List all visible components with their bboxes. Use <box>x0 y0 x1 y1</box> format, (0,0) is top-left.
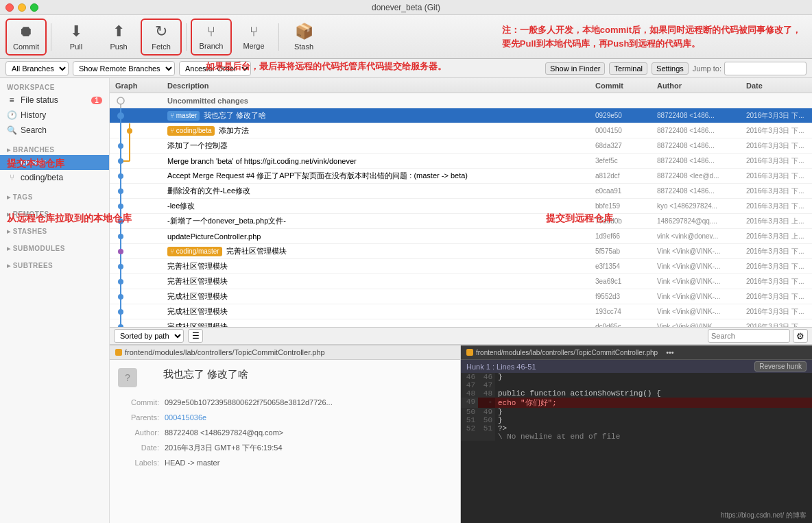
branch-master-icon: ⑂ <box>7 158 16 167</box>
td-graph-uncommitted <box>110 93 165 108</box>
diff-hunk-header: Hunk 1 : Lines 46-51 Reverse hunk <box>461 360 812 373</box>
diff-right-body: 46 46 } 47 47 48 48 <box>461 373 812 523</box>
sorted-icon-button[interactable]: ☰ <box>188 329 203 343</box>
svg-point-19 <box>118 204 123 209</box>
maximize-button[interactable] <box>30 3 38 12</box>
table-row-3[interactable]: 添加了一个控制器 68da327 88722408 <1486... 2016年… <box>110 138 812 154</box>
subbar: All Branches Show Remote Branches Ancest… <box>0 59 812 78</box>
table-row-4[interactable]: Merge branch 'beta' of https://git.codin… <box>110 154 812 169</box>
toolbar-separator-2 <box>186 23 187 51</box>
td-date-9: 2016年3月3日 上... <box>743 232 812 241</box>
table-row-14[interactable]: 完成社区管理模块 193cc74 Vink <Vink@VINK-... 201… <box>110 304 812 319</box>
table-row-13[interactable]: 完成社区管理模块 f9552d3 Vink <Vink@VINK-... 201… <box>110 289 812 304</box>
diff-line-4: 49 - echo "你们好"; <box>461 398 812 408</box>
td-author-11: Vink <Vink@VINK-... <box>654 263 743 270</box>
gear-button[interactable]: ⚙ <box>793 329 808 343</box>
diff-line-8: \ No newline at end of file <box>461 433 812 441</box>
minimize-button[interactable] <box>18 3 26 12</box>
close-button[interactable] <box>5 3 14 12</box>
td-commit-14: 193cc74 <box>593 308 654 315</box>
diff-left-header: frontend/modules/lab/controllers/TopicCo… <box>110 345 460 360</box>
sidebar-item-search[interactable]: 🔍 Search <box>0 123 109 138</box>
jump-to: Jump to: <box>693 62 807 75</box>
branch-coding-icon: ⑂ <box>7 173 16 182</box>
td-author-10: Vink <Vink@VINK-... <box>654 247 743 255</box>
show-in-finder-button[interactable]: Show in Finder <box>545 62 605 75</box>
table-row-5[interactable]: Accept Merge Request #4 修正了APP下架页面在没有版本时… <box>110 169 812 184</box>
search-label: Search <box>21 125 47 135</box>
table-row-1[interactable]: ⑂ master 我也忘了 修改了啥 0929e50 88722408 <148… <box>110 108 812 123</box>
td-date-11: 2016年3月3日 下... <box>743 262 812 271</box>
td-date-12: 2016年3月3日 下... <box>743 277 812 287</box>
settings-button[interactable]: Settings <box>652 62 689 75</box>
terminal-button[interactable]: Terminal <box>609 62 647 75</box>
toolbar-separator <box>51 23 51 51</box>
parents-link[interactable]: 000415036e <box>165 413 206 422</box>
commit-button[interactable]: ⏺ Commit <box>5 19 47 56</box>
search-icon: 🔍 <box>7 125 16 135</box>
sidebar-item-coding-beta[interactable]: ⑂ coding/beta <box>0 170 109 185</box>
table-row-11[interactable]: 完善社区管理模块 e3f1354 Vink <Vink@VINK-... 201… <box>110 259 812 274</box>
sorted-by-select[interactable]: Sorted by path <box>114 329 184 343</box>
merge-button[interactable]: ⑂ Merge <box>233 19 274 56</box>
table-row-12[interactable]: 完善社区管理模块 3ea69c1 Vink <Vink@VINK-... 201… <box>110 274 812 289</box>
commit-hash: 0929e50b10723958800622f750658e3812d7726.… <box>165 398 333 406</box>
td-commit-2: 0004150 <box>593 127 654 134</box>
table-row-9[interactable]: updatePictureController.php 1d9ef66 vink… <box>110 229 812 244</box>
order-select[interactable]: Ancestor Order <box>179 61 251 76</box>
fetch-button[interactable]: ↻ Fetch <box>141 19 182 56</box>
stash-button[interactable]: 📦 Stash <box>283 19 324 56</box>
commit-message: 我也忘了 修改了啥 <box>163 368 248 381</box>
stashes-section: ▸ STASHES <box>0 222 109 239</box>
diff-search-input[interactable] <box>708 329 790 343</box>
th-commit: Commit <box>593 82 654 90</box>
annotation-note2: 要先Pull到本地代码库，再Push到远程的代码库。 <box>502 37 801 51</box>
td-date-8: 2016年3月3日 上... <box>743 217 812 226</box>
td-desc-15: 完成社区管理模块 <box>165 321 593 327</box>
stash-label: Stash <box>294 42 313 51</box>
td-desc-4: Merge branch 'beta' of https://git.codin… <box>165 157 593 165</box>
commit-info: Commit:0929e50b10723958800622f750658e381… <box>118 395 452 470</box>
branch-select[interactable]: All Branches <box>5 61 69 76</box>
td-desc-10: ⑂ coding/master 完善社区管理模块 <box>165 246 593 256</box>
svg-point-21 <box>118 219 123 224</box>
td-date-14: 2016年3月3日 下... <box>743 307 812 317</box>
diff-left-body: ? 我也忘了 修改了啥 Commit:0929e50b1072395880062… <box>110 360 460 523</box>
td-date-2: 2016年3月3日 下... <box>743 126 812 136</box>
table-row-15[interactable]: 完成社区管理模块 dc0d65c Vink <Vink@VINK-... 201… <box>110 319 812 327</box>
tags-section: ▸ TAGS <box>0 188 109 205</box>
push-button[interactable]: ⬆ Push <box>98 19 139 56</box>
td-author-12: Vink <Vink@VINK-... <box>654 278 743 285</box>
sidebar-item-file-status[interactable]: ≡ File status 1 <box>0 93 109 108</box>
remotes-label: ▸ REMOTES <box>0 208 109 219</box>
jump-to-input[interactable] <box>724 62 807 75</box>
remote-branches-select[interactable]: Show Remote Branches <box>73 61 175 76</box>
table-row-7[interactable]: -lee修改 bbfe159 kyo <1486297824... 2016年3… <box>110 199 812 214</box>
branch-button[interactable]: ⑂ Branch <box>191 19 232 56</box>
table-row-2[interactable]: ⑂ coding/beta 添加方法 0004150 88722408 <148… <box>110 123 812 138</box>
graph-panel: Graph Description Commit Author Date Unc… <box>110 78 812 523</box>
date-value: 2016年3月3日 GMT+8 下午6:19:54 <box>165 443 283 452</box>
td-desc-6: 删除没有的文件-Lee修改 <box>165 186 593 196</box>
sidebar-item-history[interactable]: 🕐 History <box>0 108 109 123</box>
td-commit-12: 3ea69c1 <box>593 278 654 285</box>
table-row-6[interactable]: 删除没有的文件-Lee修改 e0caa91 88722408 <1486... … <box>110 184 812 199</box>
sidebar-item-master[interactable]: ⑂ master <box>0 155 109 170</box>
reverse-hunk-button[interactable]: Reverse hunk <box>754 361 807 372</box>
hunk-label: Hunk 1 : Lines 46-51 <box>466 363 536 371</box>
diff-line-5: 50 49 } <box>461 408 812 416</box>
table-row-uncommitted[interactable]: Uncommitted changes <box>110 93 812 108</box>
td-graph-6 <box>110 184 165 199</box>
td-date-5: 2016年3月3日 下... <box>743 171 812 181</box>
td-desc-5: Accept Merge Request #4 修正了APP下架页面在没有版本时… <box>165 171 593 181</box>
sorted-right: ⚙ <box>708 329 808 343</box>
td-author-4: 88722408 <1486... <box>654 157 743 165</box>
svg-point-23 <box>118 234 123 239</box>
table-row-10[interactable]: ⑂ coding/master 完善社区管理模块 5f575ab Vink <V… <box>110 244 812 259</box>
table-row-8[interactable]: -新增了一个donever_beta.php文件- 77aed0b 148629… <box>110 214 812 229</box>
diff-more-icon[interactable]: ••• <box>666 348 674 356</box>
pull-button[interactable]: ⬇ Pull <box>56 19 97 56</box>
diff-right-file-icon <box>466 349 473 356</box>
svg-point-15 <box>118 173 123 179</box>
td-commit-5: a812dcf <box>593 172 654 180</box>
